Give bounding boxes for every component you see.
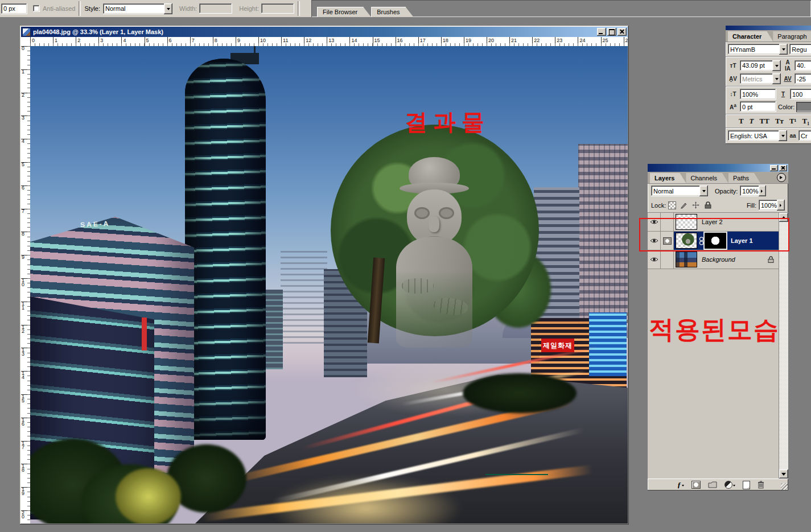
ruler-number: 3 [22,116,26,120]
dropdown-arrow-icon[interactable] [779,130,787,141]
document-titlebar[interactable]: pla04048.jpg @ 33.3% (Layer 1, Layer Mas… [21,27,628,37]
divider [726,56,811,57]
ruler-number: 14 [351,38,357,43]
dropdown-arrow-icon[interactable] [772,60,781,71]
language-dropdown[interactable]: English: USA [728,130,787,141]
minimize-button[interactable] [597,28,606,36]
ruler-number: 8 [22,232,26,236]
anti-aliased-checkbox[interactable] [33,5,40,12]
dropdown-arrow-icon[interactable] [164,3,172,14]
layer-row-background[interactable]: Background [648,250,779,269]
spinner-arrow-icon[interactable] [759,185,767,196]
photo-tower [185,59,266,440]
leading-icon: AIA [783,59,793,72]
antialias-dropdown[interactable]: Cr [798,130,811,141]
dropdown-arrow-icon[interactable] [699,185,708,196]
scroll-down-button[interactable] [779,469,788,479]
mask-edit-indicator[interactable] [661,232,674,250]
layer-name[interactable]: Layer 2 [702,218,723,225]
close-button[interactable] [779,165,787,171]
layer-mask-thumbnail[interactable] [705,233,726,249]
eye-icon [650,219,658,225]
link-well[interactable] [661,250,674,269]
tab-file-browser[interactable]: File Browser [317,7,371,17]
subscript-button[interactable]: T₁ [800,117,811,126]
tracking-icon: AV [783,76,793,82]
tab-brushes[interactable]: Brushes [371,7,413,17]
character-palette-titlebar[interactable] [726,26,811,30]
baseline-shift-input[interactable]: 0 pt [740,101,776,112]
text-color-swatch[interactable] [796,102,811,112]
photo-canvas[interactable]: 제일화재 SAE-A [30,46,628,523]
horizontal-ruler[interactable]: 0123456789101112131415161718192021222324… [30,37,628,47]
vertical-scale-input[interactable]: 100% [740,89,776,100]
ruler-number: 20 [22,511,26,519]
minimize-button[interactable] [770,165,778,171]
small-caps-button[interactable]: Tᴛ [773,117,786,126]
font-family-dropdown[interactable]: HYnamB [728,44,788,55]
layer-style-button[interactable]: ƒ [677,480,684,489]
statue-eye [439,207,454,219]
close-button[interactable] [617,28,627,36]
lock-all-icon[interactable] [703,201,712,209]
leading-dropdown[interactable]: 40. [794,60,811,71]
palette-menu-button[interactable] [777,173,786,182]
layer-row-layer2[interactable]: Layer 2 [648,213,779,232]
tab-paths[interactable]: Paths [728,173,760,183]
layer-row-layer1[interactable]: Layer 1 [648,232,779,250]
layers-palette-titlebar[interactable] [648,164,788,172]
superscript-button[interactable]: T¹ [787,117,799,126]
tab-paragraph[interactable]: Paragraph [773,31,811,42]
add-mask-button[interactable] [691,481,701,489]
ruler-number: 11 [283,38,288,43]
maximize-button[interactable] [607,28,616,36]
height-input[interactable] [261,3,294,14]
ruler-number: 13 [328,38,334,43]
layer-list-scrollbar[interactable] [779,213,788,479]
layer-name[interactable]: Background [702,256,735,263]
blend-mode-dropdown[interactable]: Normal [651,185,708,196]
tracking-dropdown[interactable]: -25 [794,73,811,84]
resize-grip[interactable] [781,483,788,490]
lock-label: Lock: [651,202,666,209]
adjustment-layer-button[interactable] [724,481,735,489]
type-style-buttons: T T TT Tᴛ T¹ T₁ [726,117,811,126]
visibility-toggle[interactable] [648,250,661,269]
new-layer-button[interactable] [743,481,750,489]
ruler-number: 4 [123,38,126,43]
delete-layer-button[interactable] [758,481,764,489]
layer-thumbnail[interactable] [676,214,697,230]
layer-thumbnail[interactable] [676,251,697,267]
spinner-arrow-icon[interactable] [777,200,785,211]
width-input[interactable] [199,3,232,14]
vertical-ruler[interactable]: 01234567891011121314151617181920 [21,46,31,523]
font-size-dropdown[interactable]: 43.09 pt [740,60,781,71]
layer-thumbnail[interactable] [676,233,697,249]
antialias-icon: aa [789,133,797,139]
all-caps-button[interactable]: TT [758,117,772,126]
kerning-dropdown[interactable]: Metrics [740,73,781,84]
tab-character[interactable]: Character [728,31,773,42]
tab-channels[interactable]: Channels [686,173,728,183]
link-well[interactable] [661,213,674,231]
opacity-input[interactable]: 100% [740,185,766,196]
fill-input[interactable]: 100% [759,200,785,211]
horizontal-scale-input[interactable]: 100 [790,89,811,100]
font-style-dropdown[interactable]: Regu [789,44,811,55]
new-group-button[interactable] [708,481,717,488]
visibility-toggle[interactable] [648,213,661,231]
scroll-up-button[interactable] [779,213,788,222]
layer-name[interactable]: Layer 1 [731,237,753,244]
tab-layers[interactable]: Layers [650,173,686,183]
feather-input[interactable]: 0 px [1,3,27,14]
lock-pixels-icon[interactable] [680,201,688,209]
document-title: pla04048.jpg @ 33.3% (Layer 1, Layer Mas… [33,28,596,35]
dropdown-arrow-icon[interactable] [772,73,781,84]
style-dropdown[interactable]: Normal [103,3,172,14]
lock-position-icon[interactable] [691,201,700,209]
visibility-toggle[interactable] [648,232,661,250]
dropdown-arrow-icon[interactable] [779,44,788,55]
lock-transparency-icon[interactable] [668,201,676,209]
faux-italic-button[interactable]: T [747,117,756,126]
faux-bold-button[interactable]: T [736,117,746,126]
